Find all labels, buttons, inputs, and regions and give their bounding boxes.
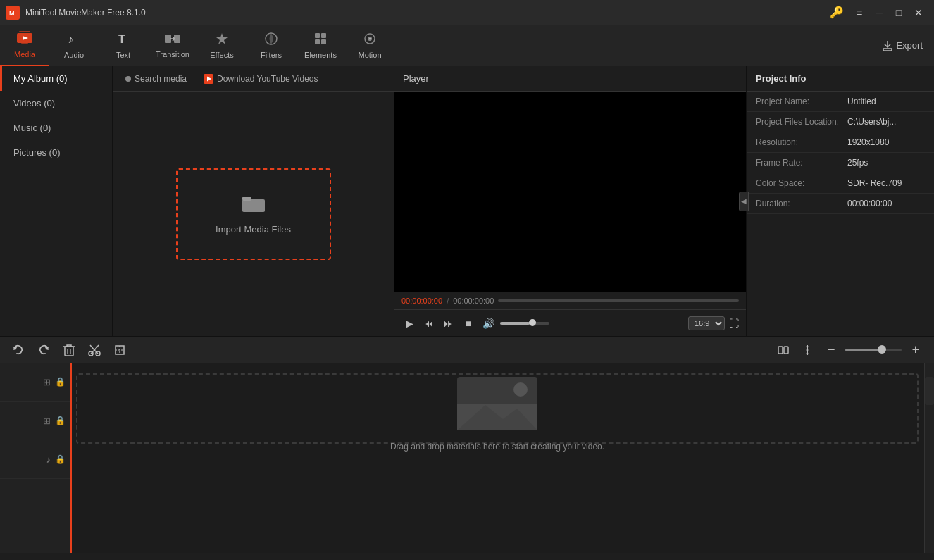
- audio-icon: ♪: [67, 32, 81, 49]
- redo-button[interactable]: [34, 340, 54, 360]
- zoom-in-button[interactable]: +: [906, 340, 926, 360]
- fit-button[interactable]: [773, 340, 793, 360]
- toolbar-item-effects[interactable]: Effects: [197, 25, 247, 66]
- time-current: 00:00:00:00: [401, 297, 442, 305]
- svg-text:♪: ♪: [68, 33, 73, 45]
- zoom-fill: [845, 349, 879, 351]
- info-row-framerate: Frame Rate: 25fps: [747, 153, 934, 173]
- prev-button[interactable]: ⏮: [421, 316, 437, 331]
- volume-button[interactable]: 🔊: [480, 316, 496, 331]
- redo-icon: [37, 344, 50, 356]
- aspect-ratio-select[interactable]: 16:9 4:3 1:1 9:16: [688, 316, 725, 330]
- crop-button[interactable]: [110, 340, 130, 360]
- toolbar-item-motion[interactable]: Motion: [345, 25, 394, 66]
- svg-point-40: [807, 345, 809, 347]
- undo-button[interactable]: [8, 340, 28, 360]
- search-media-tab[interactable]: Search media: [118, 71, 194, 87]
- cut-button[interactable]: [85, 340, 104, 360]
- toolbar-item-elements[interactable]: Elements: [296, 25, 345, 66]
- sidebar-item-music[interactable]: Music (0): [0, 116, 112, 140]
- stop-button[interactable]: ■: [461, 316, 476, 331]
- next-button[interactable]: ⏭: [441, 316, 456, 331]
- toolbar-item-audio[interactable]: ♪ Audio: [49, 25, 99, 66]
- media-tabs: Search media Download YouTube Videos: [113, 66, 394, 92]
- drag-placeholder-image: [457, 377, 537, 430]
- track-label-icon-audio: ♪: [46, 454, 51, 465]
- split-button[interactable]: [797, 340, 817, 360]
- svg-rect-3: [19, 31, 30, 32]
- main-area: My Album (0) Videos (0) Music (0) Pictur…: [0, 66, 934, 336]
- info-row-colorspace: Color Space: SDR- Rec.709: [747, 173, 934, 194]
- svg-rect-14: [315, 39, 320, 44]
- track-label-icon-lock-3[interactable]: 🔒: [55, 454, 66, 464]
- media-panel: Search media Download YouTube Videos Imp…: [113, 66, 394, 336]
- drag-drop-text: Drag and drop materials here to start cr…: [390, 442, 604, 452]
- sidebar-item-pictures[interactable]: Pictures (0): [0, 140, 112, 165]
- svg-point-18: [369, 38, 371, 39]
- svg-rect-13: [321, 33, 326, 38]
- playhead: [70, 363, 72, 553]
- toolbar-item-media[interactable]: Media: [0, 25, 49, 66]
- scrollbar-thumb[interactable]: [925, 377, 934, 405]
- track-label-icon-expand-2[interactable]: ⊞: [43, 416, 51, 426]
- svg-rect-15: [321, 39, 326, 44]
- toolbar-item-transition[interactable]: Transition: [148, 25, 197, 66]
- toolbar: Media ♪ Audio T Text Transition Effects …: [0, 25, 934, 66]
- motion-icon: [363, 32, 377, 49]
- elements-icon: [313, 32, 328, 49]
- svg-rect-8: [165, 35, 171, 43]
- menu-button[interactable]: ≡: [849, 5, 869, 20]
- key-icon[interactable]: 🔑: [830, 6, 844, 19]
- media-content: Import Media Files: [113, 92, 394, 336]
- zoom-track[interactable]: [845, 349, 902, 351]
- fullscreen-button[interactable]: ⛶: [729, 318, 739, 329]
- player-timeline: 00:00:00:00 / 00:00:00:00: [394, 292, 746, 309]
- play-button[interactable]: ▶: [401, 316, 417, 331]
- toolbar-effects-label: Effects: [210, 51, 233, 59]
- export-icon: [882, 40, 893, 51]
- svg-rect-22: [242, 197, 251, 201]
- sidebar-item-videos[interactable]: Videos (0): [0, 91, 112, 116]
- zoom-out-button[interactable]: −: [821, 340, 841, 360]
- maximize-button[interactable]: □: [889, 5, 909, 20]
- toolbar-item-text[interactable]: T Text: [99, 25, 148, 66]
- youtube-tab[interactable]: Download YouTube Videos: [197, 71, 325, 87]
- undo-icon: [12, 344, 25, 356]
- delete-button[interactable]: [59, 340, 79, 360]
- close-button[interactable]: ✕: [909, 5, 928, 20]
- import-media-box[interactable]: Import Media Files: [176, 168, 331, 260]
- svg-point-45: [513, 382, 528, 397]
- timeline-controls-bar: − +: [0, 336, 934, 363]
- toolbar-right: Export: [871, 25, 934, 66]
- collapse-button[interactable]: ◀: [739, 192, 749, 211]
- timeline-track-labels: ⊞ 🔒 ⊞ 🔒 ♪ 🔒: [0, 363, 70, 553]
- zoom-thumb[interactable]: [878, 345, 886, 354]
- app-logo: M: [6, 6, 20, 20]
- svg-line-32: [90, 345, 94, 350]
- svg-rect-37: [778, 347, 783, 354]
- toolbar-media-label: Media: [14, 50, 35, 58]
- youtube-icon: [204, 74, 213, 84]
- delete-icon: [63, 344, 75, 356]
- track-label-icon-lock-2[interactable]: 🔒: [55, 416, 66, 425]
- toolbar-elements-label: Elements: [304, 51, 337, 59]
- volume-thumb[interactable]: [529, 319, 536, 326]
- info-row-resolution: Resolution: 1920x1080: [747, 132, 934, 153]
- export-button[interactable]: Export: [871, 25, 934, 66]
- toolbar-motion-label: Motion: [358, 51, 381, 59]
- player-controls: ▶ ⏮ ⏭ ■ 🔊 16:9 4:3 1:1 9:16 ⛶: [394, 309, 746, 336]
- minimize-button[interactable]: ─: [869, 5, 889, 20]
- track-label-icon-lock-1[interactable]: 🔒: [55, 377, 66, 387]
- toolbar-audio-label: Audio: [64, 51, 84, 59]
- folder-icon: [242, 194, 265, 218]
- timeline-scrollbar[interactable]: [924, 363, 934, 553]
- progress-track[interactable]: [498, 299, 739, 302]
- svg-rect-38: [784, 347, 788, 354]
- player-screen: [394, 92, 746, 292]
- track-label-icon-expand-1[interactable]: ⊞: [43, 377, 51, 387]
- volume-fill: [500, 322, 530, 325]
- toolbar-item-filters[interactable]: Filters: [247, 25, 296, 66]
- volume-track[interactable]: [500, 322, 549, 325]
- sidebar-item-myalbum[interactable]: My Album (0): [0, 66, 112, 91]
- split-icon: [801, 344, 814, 356]
